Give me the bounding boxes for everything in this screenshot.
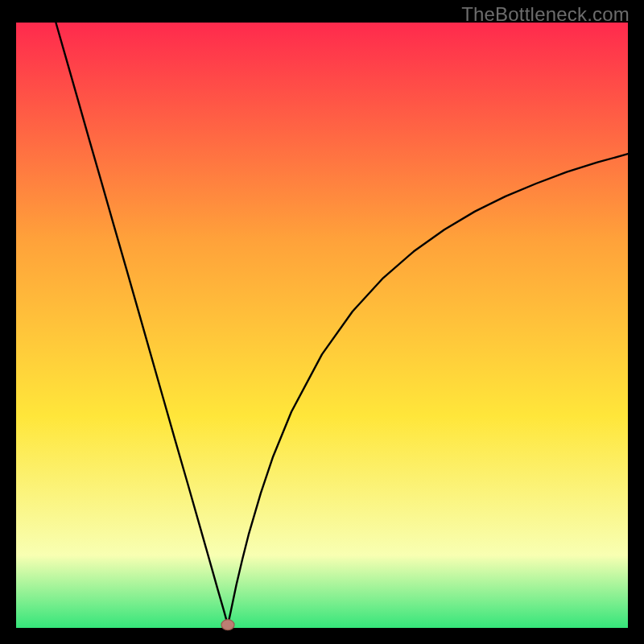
min-point-dot (221, 620, 234, 630)
plot-area (16, 23, 628, 628)
watermark-label: TheBottleneck.com (461, 3, 630, 26)
chart-stage: TheBottleneck.com (0, 0, 644, 644)
chart-svg (0, 0, 644, 644)
